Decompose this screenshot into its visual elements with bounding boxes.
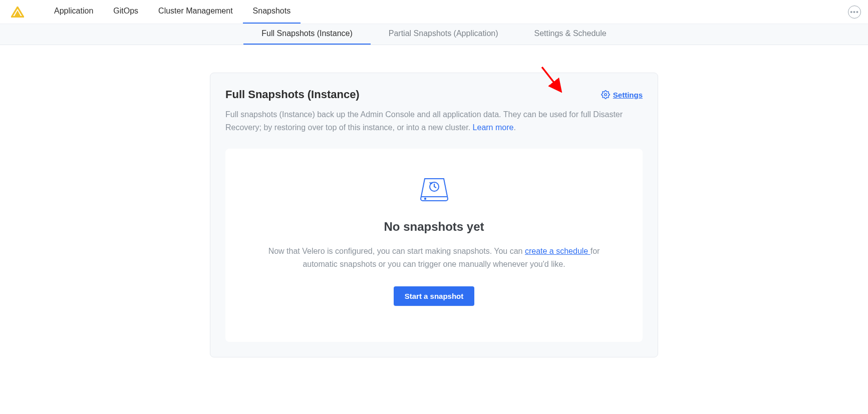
nav-application[interactable]: Application xyxy=(44,1,103,24)
top-nav: Application GitOps Cluster Management Sn… xyxy=(0,0,868,24)
full-snapshots-card: Full Snapshots (Instance) Settings Full … xyxy=(210,73,658,357)
empty-state-title: No snapshots yet xyxy=(255,220,613,234)
logo-triangle-icon xyxy=(11,7,24,18)
empty-desc-before: Now that Velero is configured, you can s… xyxy=(268,247,525,255)
svg-point-3 xyxy=(605,94,607,96)
sub-nav: Full Snapshots (Instance) Partial Snapsh… xyxy=(0,24,868,45)
empty-state-icon-wrap xyxy=(255,177,613,205)
empty-state-description: Now that Velero is configured, you can s… xyxy=(255,245,613,271)
app-logo[interactable] xyxy=(11,7,24,18)
disk-backup-icon xyxy=(420,177,449,205)
subtab-full-snapshots[interactable]: Full Snapshots (Instance) xyxy=(243,24,370,45)
card-header: Full Snapshots (Instance) Settings xyxy=(225,88,643,101)
nav-cluster[interactable]: Cluster Management xyxy=(148,1,243,24)
nav-tabs: Application GitOps Cluster Management Sn… xyxy=(44,1,301,24)
gear-icon xyxy=(601,90,610,99)
learn-more-link[interactable]: Learn more xyxy=(473,123,514,132)
start-snapshot-button[interactable]: Start a snapshot xyxy=(394,286,475,306)
card-description: Full snapshots (Instance) back up the Ad… xyxy=(225,108,643,135)
card-title: Full Snapshots (Instance) xyxy=(225,88,360,101)
nav-gitops[interactable]: GitOps xyxy=(103,1,148,24)
settings-link-label: Settings xyxy=(613,91,643,99)
empty-state: No snapshots yet Now that Velero is conf… xyxy=(225,149,643,342)
svg-point-5 xyxy=(424,198,425,199)
snapshot-settings-link[interactable]: Settings xyxy=(601,90,643,99)
subtab-settings-schedule[interactable]: Settings & Schedule xyxy=(516,24,625,45)
subtab-partial-snapshots[interactable]: Partial Snapshots (Application) xyxy=(371,24,516,45)
more-menu-button[interactable]: ••• xyxy=(848,6,861,19)
card-description-text: Full snapshots (Instance) back up the Ad… xyxy=(225,110,623,132)
page-container: Full Snapshots (Instance) Settings Full … xyxy=(210,73,658,357)
create-schedule-link[interactable]: create a schedule xyxy=(525,247,591,255)
nav-snapshots[interactable]: Snapshots xyxy=(243,1,301,24)
